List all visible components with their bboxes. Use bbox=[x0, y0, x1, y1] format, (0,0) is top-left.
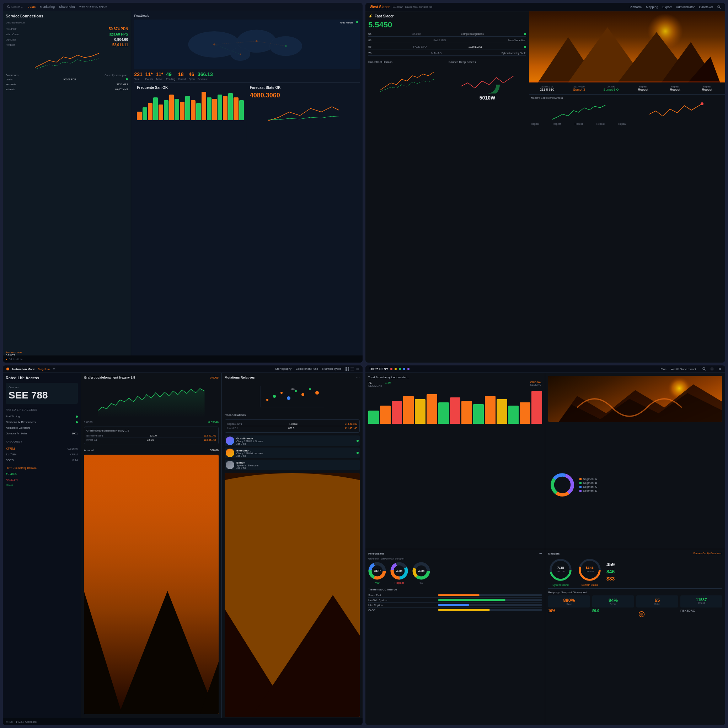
q4-small-icon-1 bbox=[636, 609, 647, 619]
svg-text:-4.80: -4.80 bbox=[396, 569, 403, 572]
q1-search[interactable]: Search... bbox=[7, 5, 23, 9]
q4-panel-gauges: Madgets Factore Gently Gaur trend 7:38 S… bbox=[545, 549, 725, 725]
svg-rect-23 bbox=[529, 81, 725, 83]
q1-forecast-chart bbox=[250, 101, 357, 122]
q1-left-panel: ServiceConnections DashboardHub RELPDF 5… bbox=[3, 11, 131, 362]
svg-line-1 bbox=[9, 7, 9, 8]
svg-rect-28 bbox=[348, 369, 349, 371]
q4-donut-chart bbox=[548, 471, 577, 499]
q1-title: ServiceConnections bbox=[6, 14, 128, 18]
metric-row-4: RefDist 52,011.11 bbox=[6, 43, 128, 47]
svg-text:7:38: 7:38 bbox=[557, 566, 564, 569]
svg-point-57 bbox=[280, 392, 283, 394]
quadrant-bottom-right: THBte DENY Plan WealthStone associ... To… bbox=[366, 366, 725, 725]
svg-point-50 bbox=[356, 377, 357, 378]
svg-rect-26 bbox=[348, 367, 349, 369]
q4-settings-icon[interactable] bbox=[710, 367, 714, 371]
q3-menu-icon[interactable] bbox=[355, 367, 359, 371]
q4-hero-image bbox=[548, 376, 722, 422]
svg-text:SYSTEM: SYSTEM bbox=[556, 570, 564, 573]
q4-topbar: THBte DENY Plan WealthStone associ... bbox=[366, 366, 725, 373]
person-item-3: Binion Spread at Stemoner Jan 7 5k bbox=[225, 460, 360, 470]
q3-main-panel: Grafertigt/afelonament Nexsry 1.5 0.0005… bbox=[81, 373, 222, 725]
svg-rect-27 bbox=[346, 369, 347, 371]
svg-point-11 bbox=[285, 45, 287, 47]
svg-point-60 bbox=[301, 393, 304, 396]
svg-point-9 bbox=[214, 43, 216, 45]
svg-point-56 bbox=[273, 395, 276, 398]
q4-bar-chart bbox=[368, 390, 542, 425]
svg-point-55 bbox=[266, 399, 268, 401]
q2-topbar: West Slacer Guestar · DatachroSportsHors… bbox=[366, 3, 725, 11]
svg-line-72 bbox=[705, 370, 706, 371]
q2-line-chart-1 bbox=[368, 65, 446, 93]
q4-panel-pies: Perecheard Groendor Total Golosur Europe… bbox=[366, 549, 545, 725]
q3-list-icon[interactable] bbox=[350, 367, 354, 371]
q4-gauge-1: 7:38 SYSTEM bbox=[548, 557, 573, 582]
svg-point-111 bbox=[640, 613, 643, 616]
svg-point-58 bbox=[287, 396, 291, 400]
q1-bottom-left: Frecuente San OK bbox=[134, 83, 247, 147]
q1-bar-chart bbox=[137, 92, 243, 120]
svg-point-52 bbox=[359, 377, 359, 378]
svg-marker-35 bbox=[98, 388, 205, 418]
q4-panel-hero: Segment A Segment B Segment C Segment D bbox=[545, 373, 725, 549]
q2-right-panel: Sumet 1 S 211 5 610 211 + 610 Sumet 3 2k… bbox=[529, 11, 725, 362]
q2-bottom-metrics: Sumet 1 S 211 5 610 211 + 610 Sumet 3 2k… bbox=[529, 83, 725, 94]
svg-text:-4.80: -4.80 bbox=[418, 569, 425, 572]
q4-close-icon[interactable] bbox=[718, 367, 722, 371]
person-item-2: Blusomort Clarity 2018 bit.ore.com Jan 7… bbox=[225, 448, 360, 458]
metric-row-1: RELPDF 50.874 PDN bbox=[6, 27, 128, 31]
q1-metrics: RELPDF 50.874 PDN WarnCase 323.60 PPS Op… bbox=[6, 27, 128, 47]
q4-gauges-row: 7:38 SYSTEM System Bound $346 DOMAIN Dom… bbox=[548, 557, 722, 586]
svg-text:$346: $346 bbox=[586, 566, 593, 569]
q4-pie-row: GDP +00 -4.80 Repeat bbox=[368, 562, 542, 584]
person-item-1: Gorstinence Clarity 2018 Foil Scener Jan… bbox=[225, 436, 360, 446]
q2-hero-value: 5.5450 bbox=[368, 20, 526, 29]
q1-stats-row: 221 Total 11* Events 11* Active 49 Pendi… bbox=[134, 72, 360, 80]
q1-line-chart bbox=[6, 50, 128, 71]
q4-panel-bar-chart: Total Strawberry Looovester... 7L SEGMEN… bbox=[366, 373, 545, 549]
svg-line-14 bbox=[720, 8, 721, 9]
metric-row-3: OptData 0,904.60 bbox=[6, 38, 128, 41]
q3-person-feed: Gorstinence Clarity 2018 Foil Scener Jan… bbox=[225, 436, 360, 470]
svg-point-10 bbox=[255, 40, 257, 42]
search-text: Search... bbox=[11, 5, 23, 9]
svg-point-51 bbox=[358, 377, 358, 378]
q3-more-icon[interactable] bbox=[356, 376, 360, 379]
svg-point-0 bbox=[8, 6, 9, 8]
svg-point-62 bbox=[315, 391, 319, 395]
q4-pie-2: -4.80 bbox=[390, 562, 408, 580]
q4-pie-3: -4.80 bbox=[412, 562, 430, 580]
svg-point-85 bbox=[539, 553, 540, 554]
q3-topbar: Instruction Mode BiogoLim ▼ Cronography … bbox=[3, 366, 362, 373]
q4-search-icon[interactable] bbox=[702, 367, 706, 371]
q4-panel3-icon[interactable] bbox=[539, 552, 542, 555]
q4-bottom-numbers: 880% Rate 84% Score 65 Value 11587 Count bbox=[548, 595, 722, 607]
q2-bottom-line-chart bbox=[531, 100, 626, 121]
svg-point-59 bbox=[295, 390, 297, 392]
q3-nav: Cronography Comprehen Runs Nutrition Typ… bbox=[275, 367, 359, 371]
q1-status-list: Businesses Currently some place camtro 9… bbox=[6, 74, 128, 91]
q2-line-chart-2 bbox=[449, 65, 526, 93]
q2-search-icon[interactable] bbox=[717, 5, 721, 9]
svg-text:DOMAIN: DOMAIN bbox=[586, 570, 593, 573]
q1-chart-area: FeatDeals bbox=[131, 11, 362, 362]
svg-text:GDP: GDP bbox=[373, 569, 381, 572]
svg-point-86 bbox=[540, 553, 541, 554]
quadrant-bottom-left: Instruction Mode BiogoLim ▼ Cronography … bbox=[3, 366, 362, 725]
q3-right-panel: Mutations Relatives Reconciliations bbox=[222, 373, 362, 725]
q1-nav: Atlas Monitoring SharePoint View Analyti… bbox=[28, 5, 107, 9]
svg-point-32 bbox=[356, 369, 357, 370]
q4-gauge-2: $346 DOMAIN bbox=[577, 557, 602, 582]
q3-grid-icon[interactable] bbox=[346, 367, 349, 371]
svg-rect-25 bbox=[346, 367, 347, 369]
q2-left-panel: ⚡ Fast Slacer 5.5450 55 02-100 ComplexIn… bbox=[366, 11, 529, 362]
svg-point-74 bbox=[712, 369, 712, 369]
q3-footer: wI En 1402.7 Grillmont bbox=[3, 718, 362, 725]
q1-bottom: Frecuente San OK bbox=[134, 83, 360, 147]
quadrant-top-left: Search... Atlas Monitoring SharePoint Vi… bbox=[3, 3, 362, 362]
q2-bottom-line-chart-2 bbox=[628, 97, 723, 118]
quadrant-top-right: West Slacer Guestar · DatachroSportsHors… bbox=[366, 3, 725, 362]
svg-point-33 bbox=[357, 369, 358, 370]
